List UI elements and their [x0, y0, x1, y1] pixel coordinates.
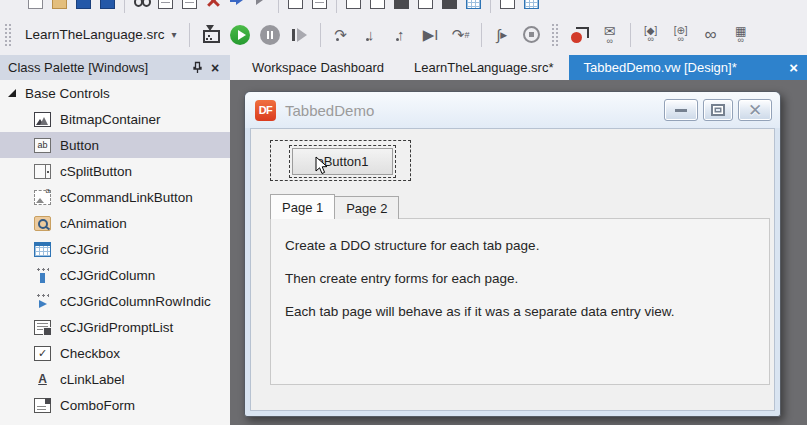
page-tab-label: Page 2 — [346, 201, 387, 216]
step-out-button[interactable]: ↑ — [386, 21, 416, 49]
run-button[interactable] — [225, 21, 255, 49]
save-all-icon[interactable] — [100, 0, 115, 9]
toolbar-drag-handle[interactable] — [4, 23, 12, 47]
pin-button[interactable] — [188, 59, 206, 77]
mail-inspector-button[interactable]: ✉∞ — [595, 21, 625, 49]
palette-item-ccjgrid[interactable]: cCJGrid — [0, 236, 230, 262]
view-window-icon[interactable] — [346, 0, 361, 9]
item-label: cCJGridPromptList — [60, 320, 173, 335]
step-over-button[interactable]: ↷# — [446, 21, 476, 49]
run-without-debug-button[interactable] — [285, 21, 315, 49]
project-selector-dropdown[interactable]: LearnTheLanguage.src ▾ — [18, 21, 184, 49]
command-link-icon: a — [34, 190, 51, 205]
undo-icon[interactable] — [254, 0, 269, 9]
dataflex-logo-icon: DF — [255, 100, 276, 121]
step-out-icon: ↑ — [397, 27, 405, 42]
object-inspector-button[interactable]: [◆]∞ — [636, 21, 666, 49]
designed-window-client-area[interactable]: oButton1 Page 1 Page 2 Create a DDO stru… — [250, 128, 775, 411]
close-window-button[interactable]: ✕ — [738, 99, 772, 121]
group-label: Base Controls — [25, 86, 110, 101]
table-inspector-button[interactable]: ▦∞ — [726, 21, 756, 49]
delete-icon[interactable] — [206, 0, 221, 9]
tab-workspace-dashboard[interactable]: Workspace Dashboard — [237, 55, 399, 80]
watches-button[interactable]: ∞ — [696, 21, 726, 49]
toolbar-drag-handle[interactable] — [551, 23, 559, 47]
run-to-cursor-button[interactable]: ▶I — [416, 21, 446, 49]
instruction-text: Each tab page will behave as if it was a… — [285, 304, 754, 319]
toolbar-separator — [490, 0, 491, 13]
tool-window-icon[interactable] — [500, 0, 515, 9]
grid-lookup-icon[interactable] — [466, 0, 481, 9]
palette-item-bitmapcontainer[interactable]: BitmapContainer — [0, 106, 230, 132]
mail-watch-icon: ✉∞ — [604, 24, 616, 46]
paste-icon[interactable] — [182, 0, 197, 9]
palette-item-comboform[interactable]: ComboForm — [0, 392, 230, 418]
tab-tabbeddemo-design[interactable]: TabbedDemo.vw [Design]* × — [569, 55, 807, 80]
pause-button[interactable] — [255, 21, 285, 49]
palette-item-ccjgridcolumnrowindicator[interactable]: cCJGridColumnRowIndic — [0, 288, 230, 314]
close-palette-button[interactable]: × — [206, 59, 224, 77]
palette-item-ccommandlinkbutton[interactable]: a cCommandLinkButton — [0, 184, 230, 210]
object-watch-icon: [◆]∞ — [644, 26, 657, 44]
item-label: cCJGridColumn — [60, 268, 155, 283]
palette-item-csplitbutton[interactable]: cSplitButton — [0, 158, 230, 184]
copy-icon[interactable] — [134, 0, 149, 9]
toggle-breakpoint-button[interactable] — [565, 21, 595, 49]
design-window-icon[interactable] — [370, 0, 385, 9]
item-label: cCJGrid — [60, 242, 109, 257]
tree-group-base-controls[interactable]: Base Controls — [0, 80, 230, 106]
minimize-button[interactable] — [664, 99, 698, 121]
palette-item-canimation[interactable]: cAnimation — [0, 210, 230, 236]
palette-item-clinklabel[interactable]: A cLinkLabel — [0, 366, 230, 392]
web-inspector-button[interactable]: [⊕]∞ — [666, 21, 696, 49]
clipboard-icon[interactable] — [158, 0, 173, 9]
stop-icon — [523, 26, 540, 43]
code-window-icon[interactable] — [312, 0, 327, 9]
continue-button[interactable]: ∫▶ — [487, 21, 517, 49]
toolbar-separator — [278, 0, 279, 13]
toolbar-separator — [189, 23, 190, 47]
close-tab-icon[interactable]: × — [789, 60, 798, 75]
document-tab-bar: Workspace Dashboard LearnTheLanguage.src… — [230, 55, 807, 80]
maximize-button[interactable] — [703, 99, 733, 121]
preview-icon[interactable] — [442, 0, 457, 9]
tab-page-1[interactable]: Page 1 — [270, 194, 335, 219]
item-label: Button — [60, 138, 99, 153]
page-1-panel[interactable]: Create a DDO structure for each tab page… — [270, 218, 770, 385]
expander-icon[interactable] — [8, 89, 16, 97]
save-icon[interactable] — [76, 0, 91, 9]
globe-watch-icon: [⊕]∞ — [674, 26, 688, 44]
bitmap-icon — [34, 112, 51, 127]
restart-button[interactable]: ↷ — [326, 21, 356, 49]
step-into-button[interactable]: ↓ — [356, 21, 386, 49]
form-designer-surface[interactable]: DF TabbedDemo ✕ oButton1 Page 1 P — [230, 80, 807, 425]
class-palette-header[interactable]: Class Palette [Windows] × — [0, 55, 230, 80]
redo-icon[interactable] — [230, 0, 245, 9]
stop-debug-button[interactable] — [517, 21, 547, 49]
palette-item-button[interactable]: ab Button — [0, 132, 230, 158]
class-palette-title: Class Palette [Windows] — [8, 60, 188, 75]
designed-window-tabbeddemo[interactable]: DF TabbedDemo ✕ oButton1 Page 1 P — [244, 91, 781, 417]
palette-item-ccjgridpromptlist[interactable]: cCJGridPromptList — [0, 314, 230, 340]
tab-learnthelanguage-src[interactable]: LearnTheLanguage.src* — [399, 55, 569, 80]
designed-window-titlebar[interactable]: DF TabbedDemo ✕ — [245, 92, 780, 128]
link-label-icon: A — [34, 372, 51, 387]
item-label: cSplitButton — [60, 164, 132, 179]
compile-button[interactable] — [195, 21, 225, 49]
palette-item-ccjgridcolumn[interactable]: cCJGridColumn — [0, 262, 230, 288]
item-label: cCommandLinkButton — [60, 190, 193, 205]
hash-glyph: # — [464, 30, 469, 40]
dark-pair-icon[interactable] — [394, 0, 409, 9]
item-label: BitmapContainer — [60, 112, 161, 127]
toolbar-separator — [336, 0, 337, 13]
new-file-icon[interactable] — [28, 0, 43, 9]
designed-button-obutton1[interactable]: oButton1 — [292, 148, 393, 175]
toolbar-separator — [481, 23, 482, 47]
list-window-icon[interactable] — [418, 0, 433, 9]
table-explorer-icon[interactable] — [524, 0, 539, 9]
window-icon[interactable] — [288, 0, 303, 9]
open-folder-icon[interactable] — [52, 0, 67, 9]
tab-page-2[interactable]: Page 2 — [335, 196, 399, 219]
pin-icon — [192, 61, 203, 74]
palette-item-checkbox[interactable]: ✓ Checkbox — [0, 340, 230, 366]
